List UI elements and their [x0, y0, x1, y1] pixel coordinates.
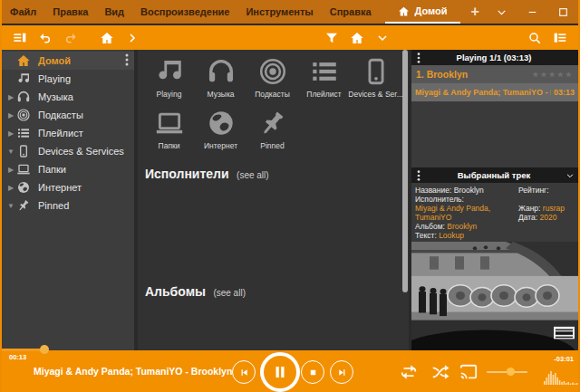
collapse-chevron-icon[interactable]	[562, 171, 578, 180]
sidebar-item-home[interactable]: Домой	[2, 52, 134, 70]
playlist-icon	[16, 126, 31, 140]
collapse-arrow-icon[interactable]: ▼	[5, 202, 16, 210]
panels-button[interactable]	[549, 27, 571, 49]
sidebar-item-label: Папки	[38, 164, 66, 175]
home-icon	[16, 53, 31, 68]
expand-arrow-icon[interactable]: ▶	[5, 93, 16, 101]
phone-icon	[361, 53, 392, 90]
tile-pinned[interactable]: Pinned	[246, 105, 298, 153]
tile-music[interactable]: Музыка	[195, 53, 246, 101]
sidebar-item-playing[interactable]: Playing	[2, 70, 134, 88]
expand-arrow-icon[interactable]: ▶	[5, 111, 16, 120]
selected-track-header[interactable]: Выбранный трек	[411, 167, 578, 183]
repeat-button[interactable]	[399, 363, 419, 381]
tile-podcasts[interactable]: Подкасты	[246, 53, 298, 101]
menu-edit[interactable]: Правка	[44, 0, 96, 24]
spectrum-visualizer	[544, 368, 578, 385]
repeat-icon	[399, 363, 419, 381]
album-art	[411, 242, 578, 350]
tile-playing[interactable]: Playing	[143, 53, 195, 101]
play-pause-button[interactable]	[260, 352, 300, 392]
music-note-icon	[16, 72, 31, 86]
tile-devices[interactable]: Devices & Ser...	[350, 53, 401, 101]
panel-more-button[interactable]	[411, 53, 426, 63]
globe-icon	[16, 180, 31, 195]
sidebar-item-label: Домой	[38, 55, 71, 66]
collection-home-button[interactable]	[346, 27, 368, 49]
menu-help[interactable]: Справка	[322, 0, 380, 24]
redo-button[interactable]	[60, 27, 82, 49]
redo-icon	[63, 31, 78, 45]
sidebar-item-music[interactable]: ▶ Музыка	[2, 88, 134, 106]
lyrics-lookup-link[interactable]: Lookup	[439, 231, 464, 240]
time-elapsed: 00:13	[9, 353, 26, 361]
menu-tools[interactable]: Инструменты	[237, 0, 321, 24]
seek-bar[interactable]	[2, 349, 44, 351]
sidebar-item-podcasts[interactable]: ▶ Подкасты	[2, 106, 134, 124]
expand-arrow-icon[interactable]: ▶	[5, 129, 16, 138]
undo-button[interactable]	[34, 27, 56, 49]
album-value[interactable]: Brooklyn	[447, 222, 477, 231]
breadcrumb-chevron[interactable]	[121, 27, 143, 49]
volume-handle[interactable]	[507, 368, 515, 376]
breadcrumb-home-button[interactable]	[96, 27, 118, 49]
section-artists: Исполнители (see all)	[145, 166, 403, 182]
see-all-link[interactable]: (see all)	[213, 288, 246, 298]
playing-track-row[interactable]: 1. Brooklyn ★★★★★	[411, 65, 578, 83]
tab-home[interactable]: Домой	[385, 0, 460, 24]
skip-previous-icon	[238, 367, 250, 378]
content-scrollbar[interactable]	[402, 50, 408, 292]
collection-dropdown-button[interactable]	[372, 27, 393, 49]
globe-icon	[206, 105, 237, 141]
new-tab-button[interactable]: +	[460, 0, 490, 24]
menu-file[interactable]: Файл	[2, 0, 44, 24]
see-all-link[interactable]: (see all)	[237, 170, 269, 180]
sidebar-item-folders[interactable]: ▶ Папки	[2, 160, 134, 178]
tile-playlist[interactable]: Плейлист	[298, 53, 350, 101]
expand-arrow-icon[interactable]: ▶	[5, 166, 16, 174]
minimize-button[interactable]	[521, 0, 545, 24]
sidebar-item-devices[interactable]: ▼ Devices & Services	[2, 142, 134, 160]
headphones-icon	[16, 90, 31, 104]
sidebar-item-pinned[interactable]: ▼ Pinned	[2, 196, 134, 215]
next-button[interactable]	[330, 360, 353, 384]
sidebar-item-label: Музыка	[38, 91, 73, 102]
tabbar-dropdown-button[interactable]	[490, 0, 514, 24]
menu-playback[interactable]: Воспроизведение	[132, 0, 237, 24]
rating-stars[interactable]: ★★★★★	[532, 71, 574, 79]
sidebar-item-label: Pinned	[38, 200, 69, 211]
menu-view[interactable]: Вид	[96, 0, 132, 24]
sidebar-toggle-button[interactable]	[9, 27, 31, 49]
tab-home-label: Домой	[415, 5, 448, 16]
sidebar: Домой Playing ▶ Музыка ▶ Подкасты ▶	[2, 50, 134, 350]
maximize-button[interactable]	[552, 0, 575, 24]
playing-track-artist: Miyagi & Andy Panda; TumaniYO - Brookl..…	[415, 88, 551, 97]
search-button[interactable]	[524, 27, 546, 49]
item-more-button[interactable]	[125, 53, 129, 68]
sidebar-item-playlist[interactable]: ▶ Плейлист	[2, 124, 134, 142]
panel-more-button[interactable]	[411, 170, 426, 181]
playing-track-subrow[interactable]: Miyagi & Andy Panda; TumaniYO - Brookl..…	[411, 83, 578, 101]
tile-internet[interactable]: Интернет	[195, 105, 246, 153]
music-note-icon	[154, 53, 185, 90]
date-value[interactable]: 2020	[540, 213, 557, 222]
now-playing-title: Playing 1/1 (03:13)	[426, 53, 562, 62]
now-playing-header[interactable]: Playing 1/1 (03:13)	[411, 50, 578, 65]
shuffle-button[interactable]	[430, 363, 450, 381]
stop-button[interactable]	[301, 360, 324, 384]
sidebar-item-internet[interactable]: ▶ Интернет	[2, 178, 134, 196]
sidebar-item-label: Devices & Services	[38, 146, 124, 157]
genre-value[interactable]: rusrap	[543, 204, 565, 213]
cast-button[interactable]	[459, 363, 478, 381]
sidebar-item-label: Подкасты	[38, 110, 83, 120]
tile-folders[interactable]: Папки	[143, 105, 195, 153]
section-title: Исполнители	[145, 167, 229, 181]
previous-button[interactable]	[232, 360, 256, 384]
collapse-arrow-icon[interactable]: ▼	[5, 148, 16, 156]
artist-value[interactable]: Miyagi & Andy Panda, TumaniYO	[415, 204, 518, 222]
seek-handle[interactable]	[40, 345, 49, 354]
filter-button[interactable]	[321, 27, 343, 49]
headphones-icon	[206, 53, 237, 90]
lyrics-label: Текст:	[415, 231, 437, 240]
expand-arrow-icon[interactable]: ▶	[5, 184, 16, 192]
